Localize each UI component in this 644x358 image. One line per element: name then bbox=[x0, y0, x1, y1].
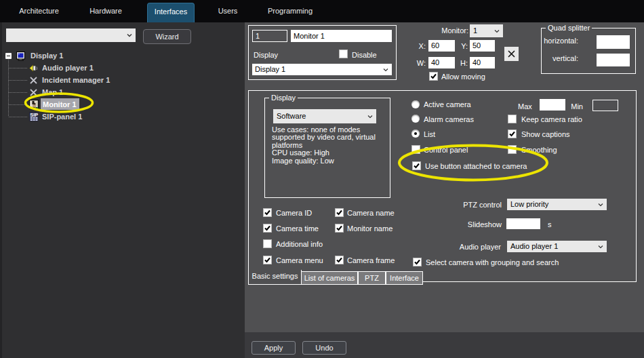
svg-text:SIP: SIP bbox=[30, 112, 38, 118]
